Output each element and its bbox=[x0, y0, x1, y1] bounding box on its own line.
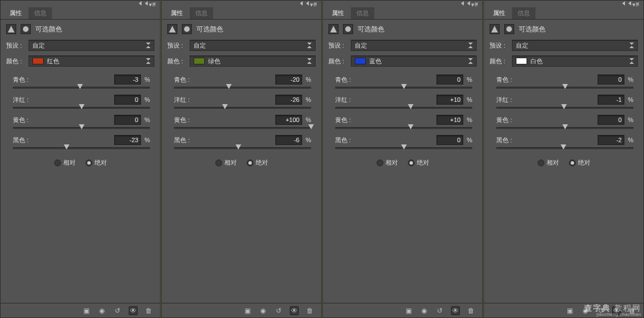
toggle-visibility-icon[interactable]: 👁 bbox=[290, 306, 299, 315]
cyan-input[interactable]: -3 bbox=[114, 74, 141, 85]
magenta-slider[interactable] bbox=[13, 107, 150, 109]
collapse-left-icon[interactable] bbox=[622, 1, 625, 6]
black-input[interactable]: 0 bbox=[436, 135, 463, 145]
tab-info[interactable]: 信息 bbox=[512, 7, 535, 19]
radio-relative[interactable]: 相对 bbox=[377, 158, 398, 167]
cyan-slider[interactable] bbox=[13, 87, 150, 89]
slider-thumb-icon[interactable] bbox=[561, 144, 566, 149]
delete-icon[interactable]: 🗑 bbox=[467, 306, 476, 315]
preset-dropdown[interactable]: 自定 bbox=[351, 40, 477, 51]
reset-icon[interactable]: ↺ bbox=[435, 306, 444, 315]
yellow-slider[interactable] bbox=[174, 127, 311, 129]
slider-thumb-icon[interactable] bbox=[401, 84, 407, 89]
magenta-input[interactable]: 0 bbox=[114, 95, 141, 105]
radio-absolute[interactable]: 绝对 bbox=[569, 158, 590, 167]
reset-icon[interactable]: ↺ bbox=[596, 306, 605, 315]
cyan-slider[interactable] bbox=[496, 87, 633, 89]
black-input[interactable]: -6 bbox=[275, 135, 302, 145]
radio-relative[interactable]: 相对 bbox=[215, 158, 237, 167]
cyan-input[interactable]: 0 bbox=[598, 74, 624, 85]
cyan-input[interactable]: -20 bbox=[275, 74, 302, 85]
clip-to-layer-icon[interactable]: ▣ bbox=[565, 306, 574, 315]
view-previous-icon[interactable]: ◉ bbox=[258, 306, 267, 315]
slider-thumb-icon[interactable] bbox=[236, 144, 241, 149]
magenta-input[interactable]: -26 bbox=[275, 95, 302, 105]
black-slider[interactable] bbox=[13, 147, 150, 149]
cyan-slider[interactable] bbox=[174, 87, 311, 89]
collapse-right-icon[interactable] bbox=[145, 1, 148, 6]
color-dropdown[interactable]: 绿色 bbox=[190, 55, 316, 67]
yellow-input[interactable]: +10 bbox=[436, 115, 463, 125]
slider-thumb-icon[interactable] bbox=[77, 84, 83, 89]
slider-thumb-icon[interactable] bbox=[562, 124, 568, 129]
tab-properties[interactable]: 属性 bbox=[165, 7, 189, 19]
cyan-input[interactable]: 0 bbox=[436, 74, 463, 85]
magenta-input[interactable]: -1 bbox=[598, 95, 624, 105]
toggle-visibility-icon[interactable]: 👁 bbox=[129, 306, 138, 315]
yellow-slider[interactable] bbox=[496, 127, 633, 129]
magenta-slider[interactable] bbox=[335, 107, 472, 109]
black-input[interactable]: -23 bbox=[114, 135, 141, 145]
preset-dropdown[interactable]: 自定 bbox=[512, 40, 638, 51]
panel-menu-icon[interactable]: ▾≡ bbox=[149, 1, 156, 8]
collapse-left-icon[interactable] bbox=[139, 1, 142, 6]
slider-thumb-icon[interactable] bbox=[408, 104, 413, 109]
view-previous-icon[interactable]: ◉ bbox=[97, 306, 106, 315]
magenta-slider[interactable] bbox=[174, 107, 311, 109]
black-slider[interactable] bbox=[335, 147, 472, 149]
tab-info[interactable]: 信息 bbox=[190, 7, 213, 19]
collapse-right-icon[interactable] bbox=[628, 1, 631, 6]
color-dropdown[interactable]: 白色 bbox=[512, 55, 638, 67]
slider-thumb-icon[interactable] bbox=[561, 104, 567, 109]
yellow-slider[interactable] bbox=[13, 127, 150, 129]
panel-menu-icon[interactable]: ▾≡ bbox=[632, 1, 639, 8]
cyan-slider[interactable] bbox=[335, 87, 472, 89]
slider-thumb-icon[interactable] bbox=[64, 144, 69, 149]
radio-absolute[interactable]: 绝对 bbox=[408, 158, 429, 167]
toggle-visibility-icon[interactable]: 👁 bbox=[451, 306, 460, 315]
preset-dropdown[interactable]: 自定 bbox=[190, 40, 316, 51]
yellow-slider[interactable] bbox=[335, 127, 472, 129]
slider-thumb-icon[interactable] bbox=[222, 104, 228, 109]
black-slider[interactable] bbox=[496, 147, 633, 149]
delete-icon[interactable]: 🗑 bbox=[144, 306, 153, 315]
tab-info[interactable]: 信息 bbox=[351, 7, 374, 19]
toggle-visibility-icon[interactable]: 👁 bbox=[612, 306, 621, 315]
slider-thumb-icon[interactable] bbox=[408, 124, 413, 129]
collapse-left-icon[interactable] bbox=[300, 1, 303, 6]
black-slider[interactable] bbox=[174, 147, 311, 149]
radio-relative[interactable]: 相对 bbox=[54, 158, 76, 167]
clip-to-layer-icon[interactable]: ▣ bbox=[243, 306, 252, 315]
reset-icon[interactable]: ↺ bbox=[113, 306, 122, 315]
reset-icon[interactable]: ↺ bbox=[274, 306, 283, 315]
preset-dropdown[interactable]: 自定 bbox=[29, 40, 154, 51]
clip-to-layer-icon[interactable]: ▣ bbox=[404, 306, 413, 315]
delete-icon[interactable]: 🗑 bbox=[628, 306, 637, 315]
slider-thumb-icon[interactable] bbox=[401, 144, 407, 149]
radio-relative[interactable]: 相对 bbox=[538, 158, 559, 167]
magenta-input[interactable]: +10 bbox=[436, 95, 463, 105]
view-previous-icon[interactable]: ◉ bbox=[420, 306, 429, 315]
slider-thumb-icon[interactable] bbox=[226, 84, 232, 89]
tab-properties[interactable]: 属性 bbox=[4, 7, 27, 19]
view-previous-icon[interactable]: ◉ bbox=[581, 306, 590, 315]
slider-thumb-icon[interactable] bbox=[562, 84, 568, 89]
delete-icon[interactable]: 🗑 bbox=[305, 306, 314, 315]
tab-info[interactable]: 信息 bbox=[29, 7, 52, 19]
slider-thumb-icon[interactable] bbox=[79, 104, 84, 109]
color-dropdown[interactable]: 红色 bbox=[29, 55, 154, 67]
radio-absolute[interactable]: 绝对 bbox=[247, 158, 268, 167]
collapse-left-icon[interactable] bbox=[461, 1, 464, 6]
yellow-input[interactable]: 0 bbox=[114, 115, 141, 125]
slider-thumb-icon[interactable] bbox=[79, 124, 84, 129]
tab-properties[interactable]: 属性 bbox=[326, 7, 350, 19]
radio-absolute[interactable]: 绝对 bbox=[86, 158, 107, 167]
clip-to-layer-icon[interactable]: ▣ bbox=[82, 306, 91, 315]
color-dropdown[interactable]: 蓝色 bbox=[351, 55, 477, 67]
yellow-input[interactable]: 0 bbox=[598, 115, 624, 125]
black-input[interactable]: -2 bbox=[598, 135, 624, 145]
collapse-right-icon[interactable] bbox=[306, 1, 309, 6]
yellow-input[interactable]: +100 bbox=[275, 115, 302, 125]
panel-menu-icon[interactable]: ▾≡ bbox=[471, 1, 478, 8]
magenta-slider[interactable] bbox=[496, 107, 633, 109]
